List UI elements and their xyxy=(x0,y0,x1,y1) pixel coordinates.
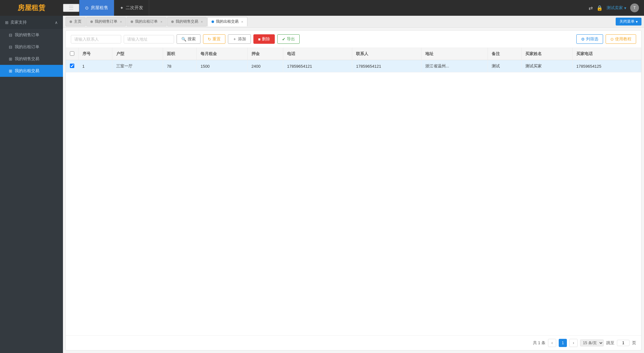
avatar[interactable]: T xyxy=(630,3,639,12)
reset-button[interactable]: ↻ 重置 xyxy=(203,34,225,44)
hamburger-button[interactable]: ☰ xyxy=(63,4,79,12)
switch-icon[interactable]: ⇄ xyxy=(589,5,593,11)
nav-tab-house-rent-label: 房屋租售 xyxy=(91,5,108,11)
tab-sales-order-dot xyxy=(90,20,93,23)
search-icon: 🔍 xyxy=(181,37,186,42)
tab-sales-trade-close[interactable]: × xyxy=(201,20,203,24)
cell-phone: 17859654121 xyxy=(283,60,352,72)
dev-icon: ✦ xyxy=(120,5,124,10)
delete-button[interactable]: ■ 删除 xyxy=(253,34,275,44)
tab-sales-trade-dot xyxy=(171,20,174,23)
total-count: 共 1 条 xyxy=(533,340,545,346)
data-table: 序号 户型 面积 每月租金 押金 电话 联系人 地址 备注 买家姓名 买家电话 xyxy=(66,48,641,72)
sidebar-item-sales-trade[interactable]: ⊞ 我的销售交易 xyxy=(0,53,63,65)
tab-rent-order-dot xyxy=(131,20,133,23)
sidebar-group-label: 卖家支持 xyxy=(10,20,27,25)
page-tabs: 主页 我的销售订单 × 我的出租订单 × 我的销售交易 × 我的出租交易 × xyxy=(63,16,644,28)
page-tab-sales-trade[interactable]: 我的销售交易 × xyxy=(167,17,207,26)
table-header: 序号 户型 面积 每月租金 押金 电话 联系人 地址 备注 买家姓名 买家电话 xyxy=(66,48,641,60)
jump-to-label: 跳至 xyxy=(606,340,614,346)
page-tab-home[interactable]: 主页 xyxy=(65,17,86,26)
table-row[interactable]: 1 三室一厅 78 1500 2400 17859654121 17859654… xyxy=(66,60,641,72)
tutorial-button[interactable]: ⊙ 使用教程 xyxy=(606,34,636,44)
col-monthly-rent: 每月租金 xyxy=(197,48,248,60)
page-tab-rent-order[interactable]: 我的出租订单 × xyxy=(127,17,166,26)
row-checkbox[interactable] xyxy=(70,64,74,68)
current-page-button[interactable]: 1 xyxy=(559,339,567,347)
delete-label: 删除 xyxy=(262,36,270,42)
cell-area: 78 xyxy=(163,60,197,72)
col-note: 备注 xyxy=(488,48,522,60)
per-page-select[interactable]: 15 条/页 30 条/页 50 条/页 xyxy=(580,339,604,346)
user-info[interactable]: 测试卖家 ▾ xyxy=(607,5,626,11)
tab-sales-order-label: 我的销售订单 xyxy=(95,19,117,24)
prev-page-button[interactable]: ‹ xyxy=(548,339,556,347)
col-buyer-phone: 买家电话 xyxy=(573,48,641,60)
search-button[interactable]: 🔍 搜索 xyxy=(177,34,201,44)
lock-icon[interactable]: 🔒 xyxy=(596,5,603,11)
col-buyer-name: 买家姓名 xyxy=(522,48,573,60)
select-all-checkbox[interactable] xyxy=(70,51,74,56)
cell-address: 浙江省温州... xyxy=(421,60,488,72)
rent-trade-icon: ⊞ xyxy=(9,69,12,73)
col-seq: 序号 xyxy=(78,48,112,60)
col-address: 地址 xyxy=(421,48,488,60)
tutorial-label: 使用教程 xyxy=(615,36,631,42)
tab-rent-order-close[interactable]: × xyxy=(160,20,162,24)
filter-button[interactable]: ⚙ 列筛选 xyxy=(576,34,603,44)
table-body: 1 三室一厅 78 1500 2400 17859654121 17859654… xyxy=(66,60,641,72)
pagination-bar: 共 1 条 ‹ 1 › 15 条/页 30 条/页 50 条/页 跳至 页 xyxy=(66,335,641,350)
content-area: 主页 我的销售订单 × 我的出租订单 × 我的销售交易 × 我的出租交易 × xyxy=(63,16,644,353)
filter-label: 列筛选 xyxy=(586,36,598,42)
export-button[interactable]: ✔ 导出 xyxy=(277,34,300,44)
tab-sales-order-close[interactable]: × xyxy=(120,20,122,24)
sidebar-item-sales-order[interactable]: ⊟ 我的销售订单 xyxy=(0,29,63,41)
sidebar-item-rent-trade-label: 我的出租交易 xyxy=(15,68,39,74)
cell-buyer-phone: 17859654125 xyxy=(573,60,641,72)
page-tab-rent-trade[interactable]: 我的出租交易 × xyxy=(207,17,247,26)
sidebar: ⊞ 卖家支持 ∧ ⊟ 我的销售订单 ⊟ 我的出租订单 ⊞ 我的销售交易 ⊞ 我的… xyxy=(0,16,63,353)
sidebar-group-header[interactable]: ⊞ 卖家支持 ∧ xyxy=(0,16,63,29)
col-type: 户型 xyxy=(112,48,163,60)
cell-seq: 1 xyxy=(78,60,112,72)
cell-contact: 17859654121 xyxy=(352,60,421,72)
tab-sales-trade-label: 我的销售交易 xyxy=(176,19,198,24)
sidebar-item-rent-trade[interactable]: ⊞ 我的出租交易 xyxy=(0,65,63,77)
delete-icon: ■ xyxy=(258,37,261,42)
col-phone: 电话 xyxy=(283,48,352,60)
reset-label: 重置 xyxy=(212,36,221,42)
address-input[interactable] xyxy=(124,35,174,43)
sidebar-item-rent-order[interactable]: ⊟ 我的出租订单 xyxy=(0,41,63,53)
export-label: 导出 xyxy=(287,36,295,42)
col-contact: 联系人 xyxy=(352,48,421,60)
page-tab-sales-order[interactable]: 我的销售订单 × xyxy=(86,17,126,26)
tab-home-dot xyxy=(70,20,72,23)
nav-tab-dev[interactable]: ✦ 二次开发 xyxy=(114,0,149,16)
toolbar-right: ⚙ 列筛选 ⊙ 使用教程 xyxy=(576,34,636,44)
page-content: 🔍 搜索 ↻ 重置 ＋ 添加 ■ 删除 ✔ 导出 xyxy=(65,30,641,350)
next-page-button[interactable]: › xyxy=(569,339,578,347)
add-icon: ＋ xyxy=(233,36,237,42)
close-menu-button[interactable]: 关闭菜单 ▾ xyxy=(616,18,641,26)
user-dropdown-icon: ▾ xyxy=(624,6,626,10)
app-logo: 房屋租赁 xyxy=(18,3,45,13)
sales-trade-icon: ⊞ xyxy=(9,57,12,61)
logo-area: 房屋租赁 xyxy=(0,0,63,16)
seller-support-icon: ⊞ xyxy=(5,20,8,25)
export-icon: ✔ xyxy=(282,37,285,42)
cell-deposit: 2400 xyxy=(247,60,283,72)
nav-tab-house-rent[interactable]: ⊙ 房屋租售 xyxy=(79,0,114,16)
add-button[interactable]: ＋ 添加 xyxy=(228,34,251,44)
sidebar-group-title: ⊞ 卖家支持 xyxy=(5,20,27,25)
house-rent-icon: ⊙ xyxy=(85,5,89,10)
filter-icon: ⚙ xyxy=(581,37,585,42)
tab-rent-trade-close[interactable]: × xyxy=(241,20,243,24)
table-wrapper: 序号 户型 面积 每月租金 押金 电话 联系人 地址 备注 买家姓名 买家电话 xyxy=(66,48,641,335)
page-unit-label: 页 xyxy=(632,340,636,346)
sidebar-item-rent-order-label: 我的出租订单 xyxy=(15,44,39,50)
tab-home-label: 主页 xyxy=(74,19,82,24)
contact-input[interactable] xyxy=(71,35,121,43)
search-label: 搜索 xyxy=(188,36,196,42)
page-jump-input[interactable] xyxy=(617,340,630,346)
current-page-number: 1 xyxy=(562,341,564,345)
